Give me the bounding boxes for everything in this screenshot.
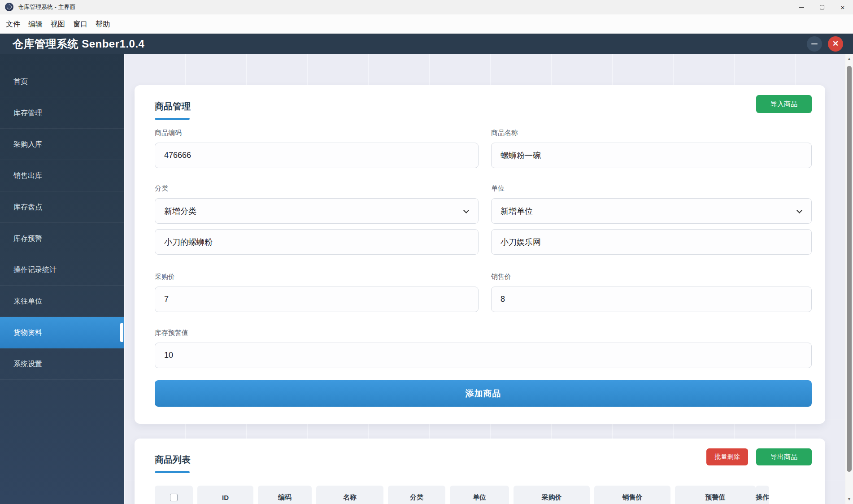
sidebar-item[interactable]: 操作记录统计 — [0, 254, 124, 286]
table-column-header: 名称 — [316, 486, 383, 504]
product-name-label: 商品名称 — [491, 129, 812, 137]
app-header: 仓库管理系统 Senber1.0.4 ✕ — [0, 34, 853, 54]
table-header-checkbox-cell — [155, 486, 193, 504]
sidebar-item[interactable]: 销售出库 — [0, 160, 124, 191]
table-column-header: 单位 — [450, 486, 509, 504]
app-minimize-button[interactable] — [807, 36, 822, 52]
sidebar-item-label: 首页 — [13, 78, 28, 85]
sidebar-nav: 首页 库存管理 采购入库 销售出库 库存盘点 库存 — [0, 54, 124, 504]
sale-price-label: 销售价 — [491, 273, 812, 281]
table-column-header: 销售价 — [594, 486, 670, 504]
minimize-icon — [811, 43, 818, 44]
table-column-header: ID — [197, 486, 253, 504]
vertical-scrollbar[interactable]: ▲ ▼ — [845, 54, 853, 504]
close-icon: ✕ — [832, 40, 839, 48]
product-management-card: 商品管理 导入商品 商品编码 商品名称 分类 单位 新增分类 — [135, 85, 825, 424]
sale-price-input[interactable] — [491, 287, 812, 312]
purchase-price-input[interactable] — [155, 287, 479, 312]
sidebar-item-label: 货物资料 — [13, 329, 42, 336]
sidebar-item[interactable]: 采购入库 — [0, 129, 124, 160]
unit-selected-value: 新增单位 — [500, 206, 533, 217]
table-column-header: 预警值 — [675, 486, 756, 504]
category-label: 分类 — [155, 184, 479, 193]
sidebar-item-label: 库存管理 — [13, 109, 42, 117]
app-icon — [5, 3, 13, 11]
product-code-input[interactable] — [155, 143, 479, 168]
sidebar-item-label: 销售出库 — [13, 172, 42, 179]
table-header-row: ID编码名称分类单位采购价销售价预警值操作 — [155, 486, 812, 504]
window-controls: × — [791, 0, 853, 14]
scroll-up-icon[interactable]: ▲ — [845, 56, 853, 61]
product-code-label: 商品编码 — [155, 129, 479, 137]
table-column-header: 操作 — [756, 486, 769, 504]
new-category-input[interactable] — [155, 229, 479, 255]
new-unit-input[interactable] — [491, 229, 812, 255]
sidebar-item[interactable]: 来往单位 — [0, 286, 124, 317]
scrollbar-thumb[interactable] — [847, 66, 852, 472]
page-title: 商品管理 — [155, 94, 191, 113]
window-close-button[interactable]: × — [832, 0, 853, 14]
menu-item[interactable]: 编辑 — [24, 14, 47, 34]
scroll-down-icon[interactable]: ▼ — [845, 497, 853, 501]
unit-select[interactable]: 新增单位 — [491, 198, 812, 224]
sidebar-item-label: 库存预警 — [13, 235, 42, 242]
category-selected-value: 新增分类 — [164, 206, 196, 217]
unit-label: 单位 — [491, 184, 812, 193]
close-icon: × — [841, 4, 845, 11]
category-select[interactable]: 新增分类 — [155, 198, 479, 224]
purchase-price-label: 采购价 — [155, 273, 479, 281]
sidebar-item[interactable]: 首页 — [0, 66, 124, 97]
add-product-button[interactable]: 添加商品 — [155, 380, 812, 407]
minimize-icon — [799, 7, 804, 8]
chevron-down-icon — [796, 208, 802, 213]
sidebar-item-label: 来往单位 — [13, 297, 42, 305]
menu-item[interactable]: 文件 — [2, 14, 24, 34]
table-column-header: 采购价 — [514, 486, 590, 504]
product-list-card: 商品列表 批量删除 导出商品 ID编码名称分类单位采购价销售价预警值操作 — [135, 439, 825, 504]
app-window: 仓库管理系统 - 主界面 × 文件编辑视图窗口帮助 仓库管理系统 Senber1… — [0, 0, 853, 504]
title-accent-underline — [155, 471, 190, 473]
export-products-button[interactable]: 导出商品 — [756, 448, 812, 465]
table-column-header: 编码 — [258, 486, 312, 504]
sidebar-item[interactable]: 库存管理 — [0, 97, 124, 129]
sidebar-item[interactable]: 库存盘点 — [0, 191, 124, 223]
app-close-button[interactable]: ✕ — [828, 36, 843, 52]
sidebar-item[interactable]: 库存预警 — [0, 223, 124, 254]
select-all-checkbox[interactable] — [170, 494, 178, 501]
sidebar-item-label: 系统设置 — [13, 360, 42, 368]
stock-warning-label: 库存预警值 — [155, 329, 812, 337]
product-name-input[interactable] — [491, 143, 812, 168]
list-title: 商品列表 — [155, 448, 191, 466]
stock-warning-input[interactable] — [155, 343, 812, 368]
window-titlebar: 仓库管理系统 - 主界面 × — [0, 0, 853, 14]
title-accent-underline — [155, 118, 190, 120]
menu-item[interactable]: 帮助 — [91, 14, 114, 34]
window-title: 仓库管理系统 - 主界面 — [18, 3, 76, 11]
sidebar-item-label: 采购入库 — [13, 140, 42, 148]
window-minimize-button[interactable] — [791, 0, 812, 14]
card-title-block: 商品管理 — [155, 94, 191, 120]
menu-item[interactable]: 窗口 — [69, 14, 91, 34]
import-products-button[interactable]: 导入商品 — [756, 95, 812, 113]
chevron-down-icon — [463, 208, 469, 213]
menu-bar: 文件编辑视图窗口帮助 — [0, 14, 853, 34]
card-title-block: 商品列表 — [155, 448, 191, 473]
window-maximize-button[interactable] — [812, 0, 832, 14]
table-column-header: 分类 — [388, 486, 445, 504]
sidebar-item-label: 库存盘点 — [13, 203, 42, 211]
sidebar-item[interactable]: 货物资料 — [0, 317, 124, 348]
maximize-icon — [820, 5, 824, 9]
batch-delete-button[interactable]: 批量删除 — [706, 448, 748, 465]
sidebar-scrollbar-thumb[interactable] — [120, 323, 123, 342]
sidebar-item[interactable]: 系统设置 — [0, 348, 124, 380]
main-content: 商品管理 导入商品 商品编码 商品名称 分类 单位 新增分类 — [124, 54, 853, 504]
sidebar-item-label: 操作记录统计 — [13, 266, 57, 274]
menu-item[interactable]: 视图 — [47, 14, 69, 34]
app-header-controls: ✕ — [807, 36, 843, 52]
app-title: 仓库管理系统 Senber1.0.4 — [13, 37, 144, 51]
